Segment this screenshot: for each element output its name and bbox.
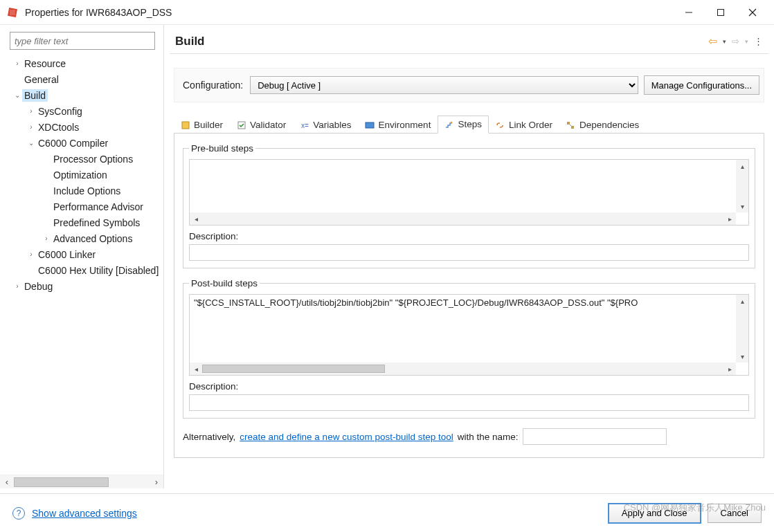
custom-step-name-input[interactable] — [523, 428, 667, 445]
tree-item-resource[interactable]: ›Resource — [3, 55, 163, 71]
tab-label: Environment — [379, 120, 431, 130]
tree-item-sysconfig[interactable]: ›SysConfig — [3, 103, 163, 119]
tree-item-processor-options[interactable]: Processor Options — [3, 151, 163, 167]
scroll-thumb[interactable] — [14, 477, 109, 487]
pre-build-group: Pre-build steps ▴▾ ◂▸ Description: — [183, 143, 755, 268]
tab-label: Builder — [194, 120, 223, 130]
tab-label: Variables — [313, 120, 351, 130]
window-title: Properties for IWR6843AOP_DSS — [25, 7, 673, 18]
tree-item-label: Build — [22, 89, 48, 102]
forward-arrow-icon[interactable]: ⇨ — [732, 36, 739, 46]
tree-item-c6000-compiler[interactable]: ⌄C6000 Compiler — [3, 135, 163, 151]
app-icon — [6, 6, 19, 19]
tree-item-label: General — [22, 73, 61, 86]
menu-dots-icon[interactable]: ⋮ — [754, 36, 763, 46]
bottom-bar: ? Show advanced settings Apply and Close… — [0, 493, 774, 532]
scroll-left-icon[interactable]: ‹ — [0, 477, 14, 487]
tree-item-optimization[interactable]: Optimization — [3, 167, 163, 183]
forward-dropdown-icon[interactable]: ▾ — [745, 38, 748, 45]
tab-environment[interactable]: Environment — [359, 116, 438, 134]
pre-desc-label: Description: — [189, 231, 749, 241]
tree-item-label: Processor Options — [51, 153, 135, 165]
create-custom-step-link[interactable]: create and define a new custom post-buil… — [240, 432, 453, 442]
scroll-down-icon[interactable]: ▾ — [736, 350, 748, 363]
chevron-down-icon[interactable]: ⌄ — [12, 91, 22, 99]
tree-item-label: Optimization — [51, 169, 109, 181]
cancel-button[interactable]: Cancel — [708, 504, 762, 523]
tab-label: Steps — [458, 119, 482, 129]
svg-line-13 — [570, 125, 571, 126]
configuration-row: Configuration: Debug [ Active ] Manage C… — [174, 68, 764, 102]
scroll-right-icon[interactable]: ▸ — [723, 212, 736, 225]
svg-rect-9 — [366, 122, 374, 128]
show-advanced-settings-link[interactable]: Show advanced settings — [32, 508, 137, 519]
chevron-right-icon[interactable]: › — [26, 107, 36, 115]
chevron-right-icon[interactable]: › — [26, 250, 36, 258]
tab-label: Dependencies — [579, 120, 639, 130]
chevron-down-icon[interactable]: ⌄ — [26, 139, 36, 147]
tree-item-label: Performance Advisor — [51, 201, 145, 213]
page-title: Build — [175, 35, 708, 48]
tree-item-xdctools[interactable]: ›XDCtools — [3, 119, 163, 135]
tree-item-c6000-hex-utility-disabled-[interactable]: C6000 Hex Utility [Disabled] — [3, 262, 163, 278]
environment-icon — [365, 120, 375, 130]
tree-item-predefined-symbols[interactable]: Predefined Symbols — [3, 214, 163, 230]
chevron-right-icon[interactable]: › — [12, 282, 22, 290]
post-desc-input[interactable] — [189, 394, 749, 411]
tab-builder[interactable]: Builder — [174, 116, 230, 134]
alt-prefix: Alternatively, — [183, 432, 235, 442]
back-arrow-icon[interactable]: ⇦ — [708, 35, 717, 48]
svg-rect-3 — [718, 9, 724, 15]
pre-build-textarea[interactable]: ▴▾ ◂▸ — [189, 159, 749, 226]
titlebar: Properties for IWR6843AOP_DSS — [0, 0, 774, 25]
scroll-left-icon[interactable]: ◂ — [190, 212, 202, 225]
tab-strip: BuilderValidatorx=VariablesEnvironmentSt… — [174, 115, 764, 134]
chevron-right-icon[interactable]: › — [12, 59, 22, 67]
post-build-legend: Post-build steps — [189, 278, 260, 288]
nav-tree: ›ResourceGeneral⌄Build›SysConfig›XDCtool… — [0, 54, 163, 475]
tree-item-advanced-options[interactable]: ›Advanced Options — [3, 230, 163, 246]
help-icon[interactable]: ? — [12, 507, 25, 520]
sidebar-hscrollbar[interactable]: ‹ › — [0, 475, 163, 488]
configuration-select[interactable]: Debug [ Active ] — [250, 76, 638, 94]
back-dropdown-icon[interactable]: ▾ — [723, 38, 726, 45]
tab-dependencies[interactable]: Dependencies — [559, 116, 646, 134]
steps-icon — [444, 119, 454, 129]
tree-item-label: C6000 Compiler — [36, 137, 110, 149]
scroll-down-icon[interactable]: ▾ — [736, 200, 748, 212]
variables-icon: x= — [299, 120, 309, 130]
post-desc-label: Description: — [189, 381, 749, 392]
content-header: Build ⇦▾ ⇨▾ ⋮ — [170, 29, 768, 54]
close-button[interactable] — [737, 2, 768, 23]
tree-item-performance-advisor[interactable]: Performance Advisor — [3, 199, 163, 214]
tree-item-build[interactable]: ⌄Build — [3, 87, 163, 103]
scroll-right-icon[interactable]: ▸ — [723, 363, 736, 375]
scroll-left-icon[interactable]: ◂ — [190, 363, 202, 375]
chevron-right-icon[interactable]: › — [26, 123, 36, 131]
manage-configurations-button[interactable]: Manage Configurations... — [644, 75, 759, 95]
minimize-button[interactable] — [673, 2, 705, 23]
tree-item-c6000-linker[interactable]: ›C6000 Linker — [3, 246, 163, 262]
tree-item-general[interactable]: General — [3, 71, 163, 87]
scroll-right-icon[interactable]: › — [150, 477, 163, 487]
scroll-up-icon[interactable]: ▴ — [736, 160, 748, 172]
tab-steps[interactable]: Steps — [438, 116, 489, 134]
tab-validator[interactable]: Validator — [230, 116, 293, 134]
maximize-button[interactable] — [705, 2, 737, 23]
tab-link-order[interactable]: Link Order — [489, 116, 559, 134]
validator-icon — [236, 120, 246, 130]
tab-variables[interactable]: x=Variables — [293, 116, 358, 134]
builder-icon — [180, 120, 190, 130]
tree-item-include-options[interactable]: Include Options — [3, 183, 163, 199]
apply-and-close-button[interactable]: Apply and Close — [609, 504, 701, 523]
post-build-textarea[interactable]: "${CCS_INSTALL_ROOT}/utils/tiobj2bin/tio… — [189, 294, 749, 376]
pre-desc-input[interactable] — [189, 244, 749, 261]
pre-build-legend: Pre-build steps — [189, 143, 255, 154]
sidebar: ›ResourceGeneral⌄Build›SysConfig›XDCtool… — [0, 25, 164, 488]
chevron-right-icon[interactable]: › — [42, 235, 51, 242]
filter-input[interactable] — [10, 32, 155, 50]
scroll-up-icon[interactable]: ▴ — [736, 295, 748, 307]
tree-item-debug[interactable]: ›Debug — [3, 278, 163, 294]
svg-text:x=: x= — [301, 122, 309, 129]
scroll-thumb[interactable] — [202, 365, 385, 373]
